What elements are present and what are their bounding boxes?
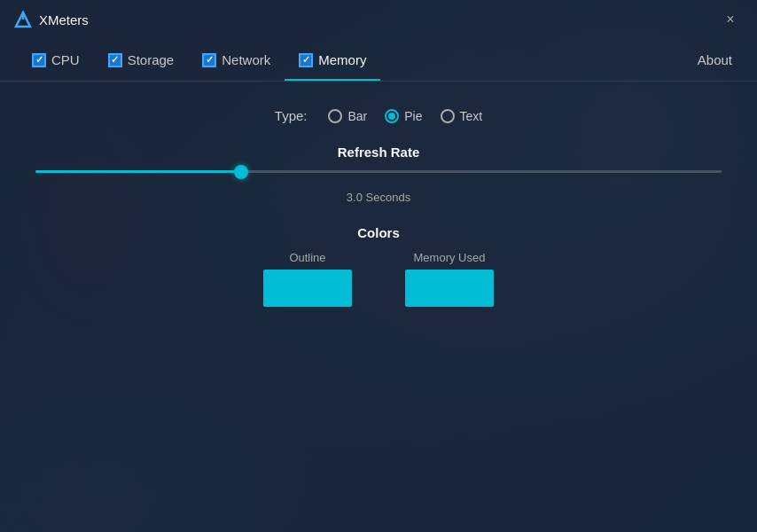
colors-section: Colors Outline Memory Used: [35, 225, 722, 307]
titlebar: XMeters ×: [0, 0, 757, 39]
nav-item-storage[interactable]: Storage: [94, 39, 189, 81]
outline-swatch[interactable]: [263, 270, 352, 307]
cpu-checkbox[interactable]: [32, 53, 46, 67]
radio-bar-label: Bar: [347, 109, 367, 123]
refresh-rate-section: Refresh Rate 3.0 Seconds: [35, 145, 722, 204]
app-window: XMeters × CPU Storage Network Memory Abo…: [0, 0, 757, 532]
radio-text-outer: [441, 109, 455, 123]
radio-pie-inner: [388, 113, 395, 120]
outline-label: Outline: [289, 251, 325, 264]
app-icon: [14, 11, 32, 28]
nav-bar: CPU Storage Network Memory About: [0, 39, 757, 82]
network-checkbox[interactable]: [202, 53, 216, 67]
memory-used-swatch[interactable]: [405, 270, 494, 307]
nav-item-network[interactable]: Network: [188, 39, 285, 81]
app-title: XMeters: [39, 12, 89, 27]
colors-title: Colors: [357, 225, 400, 240]
type-row: Type: Bar Pie Text: [275, 108, 482, 123]
radio-bar-outer: [328, 109, 342, 123]
type-label: Type:: [275, 108, 308, 123]
content-area: Type: Bar Pie Text: [0, 82, 757, 532]
slider-thumb[interactable]: [234, 165, 248, 179]
radio-text[interactable]: Text: [441, 109, 483, 123]
memory-label: Memory: [318, 52, 366, 67]
refresh-rate-title: Refresh Rate: [338, 145, 420, 160]
radio-pie[interactable]: Pie: [385, 109, 422, 123]
nav-item-memory[interactable]: Memory: [285, 39, 380, 81]
memory-checkbox[interactable]: [299, 53, 313, 67]
storage-label: Storage: [128, 52, 175, 67]
memory-used-label: Memory Used: [414, 251, 486, 264]
cpu-label: CPU: [51, 52, 80, 67]
radio-text-label: Text: [460, 109, 483, 123]
slider-fill: [35, 170, 241, 173]
slider-value: 3.0 Seconds: [347, 191, 410, 204]
radio-pie-outer: [385, 109, 399, 123]
radio-group: Bar Pie Text: [328, 109, 482, 123]
storage-checkbox[interactable]: [108, 53, 122, 67]
titlebar-left: XMeters: [14, 11, 89, 28]
network-label: Network: [222, 52, 270, 67]
nav-item-cpu[interactable]: CPU: [18, 39, 94, 81]
close-button[interactable]: ×: [718, 7, 743, 32]
radio-bar[interactable]: Bar: [328, 109, 367, 123]
radio-pie-label: Pie: [404, 109, 422, 123]
color-item-outline: Outline: [263, 251, 352, 307]
color-swatches: Outline Memory Used: [263, 251, 494, 307]
nav-about[interactable]: About: [691, 52, 739, 67]
color-item-memory-used: Memory Used: [405, 251, 494, 307]
slider-track: [35, 170, 722, 173]
slider-container: [35, 170, 722, 173]
